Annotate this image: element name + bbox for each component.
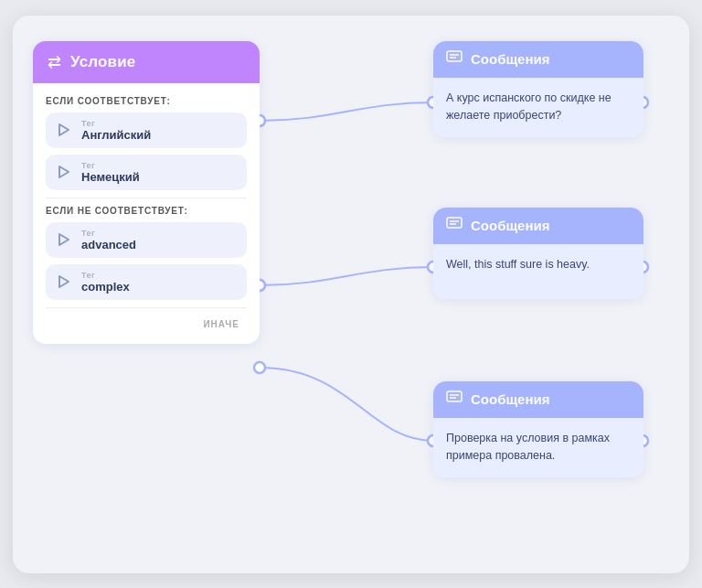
tag-item-complex[interactable]: Тег complex	[46, 264, 247, 300]
svg-point-5	[254, 362, 265, 373]
svg-rect-13	[447, 51, 462, 61]
divider-2	[46, 307, 247, 308]
workflow-canvas: ⇄ Условие ЕСЛИ СООТВЕТСТВУЕТ: Тег Англий…	[13, 16, 689, 573]
message-icon-1	[446, 50, 463, 69]
tag-item-german[interactable]: Тег Немецкий	[46, 155, 247, 190]
tag-name-advanced: advanced	[81, 238, 136, 251]
message-body-3: Проверка на условия в рамках примера про…	[433, 418, 644, 478]
condition-header: ⇄ Условие	[33, 41, 260, 83]
divider-1	[46, 198, 247, 198]
tag-inner-german: Тег Немецкий	[81, 161, 140, 184]
condition-body: ЕСЛИ СООТВЕТСТВУЕТ: Тег Английский Тег Н…	[33, 83, 260, 344]
message-body-1: А курс испанского по скидке не желаете п…	[433, 78, 644, 138]
message-icon-3	[446, 390, 463, 409]
if-not-matches-label: ЕСЛИ НЕ СООТВЕТСТВУЕТ:	[46, 206, 247, 216]
message-node-2: Сообщения Well, this stuff sure is heavy…	[433, 208, 644, 299]
tag-icon-advanced	[55, 230, 73, 249]
message-header-1: Сообщения	[433, 41, 644, 78]
tag-inner-advanced: Тег advanced	[81, 229, 136, 251]
svg-marker-10	[59, 166, 69, 177]
svg-marker-11	[59, 234, 69, 245]
message-text-2: Well, this stuff sure is heavy.	[446, 258, 590, 271]
svg-marker-12	[59, 276, 69, 287]
tag-icon-german	[55, 163, 73, 181]
message-header-2: Сообщения	[433, 208, 644, 244]
condition-node: ⇄ Условие ЕСЛИ СООТВЕТСТВУЕТ: Тег Англий…	[33, 41, 260, 344]
message-body-2: Well, this stuff sure is heavy.	[433, 244, 644, 299]
tag-name-german: Немецкий	[81, 170, 140, 184]
tag-item-english[interactable]: Тег Английский	[46, 112, 247, 148]
svg-marker-9	[59, 124, 69, 135]
tag-type-german: Тег	[81, 161, 140, 170]
tag-type-advanced: Тег	[81, 229, 136, 238]
message-title-2: Сообщения	[471, 218, 549, 233]
message-icon-2	[446, 217, 463, 235]
message-title-3: Сообщения	[471, 391, 549, 407]
svg-rect-19	[447, 391, 462, 401]
tag-icon-complex	[55, 273, 73, 291]
message-header-3: Сообщения	[433, 381, 644, 418]
tag-inner-english: Тег Английский	[81, 119, 151, 142]
shuffle-icon: ⇄	[48, 52, 61, 72]
tag-inner-complex: Тег complex	[81, 271, 130, 294]
message-node-1: Сообщения А курс испанского по скидке не…	[433, 41, 644, 138]
иначе-label: ИНАЧЕ	[46, 315, 247, 331]
message-title-1: Сообщения	[471, 51, 549, 67]
message-node-3: Сообщения Проверка на условия в рамках п…	[433, 381, 644, 478]
tag-name-complex: complex	[81, 280, 130, 294]
tag-icon-english	[55, 121, 73, 139]
tag-name-english: Английский	[81, 128, 151, 142]
condition-title: Условие	[70, 53, 135, 71]
tag-item-advanced[interactable]: Тег advanced	[46, 222, 247, 258]
tag-type-english: Тег	[81, 119, 151, 128]
if-matches-label: ЕСЛИ СООТВЕТСТВУЕТ:	[46, 96, 247, 106]
svg-rect-16	[447, 218, 462, 228]
tag-type-complex: Тег	[81, 271, 130, 280]
message-text-1: А курс испанского по скидке не желаете п…	[446, 91, 612, 123]
message-text-3: Проверка на условия в рамках примера про…	[446, 432, 610, 463]
